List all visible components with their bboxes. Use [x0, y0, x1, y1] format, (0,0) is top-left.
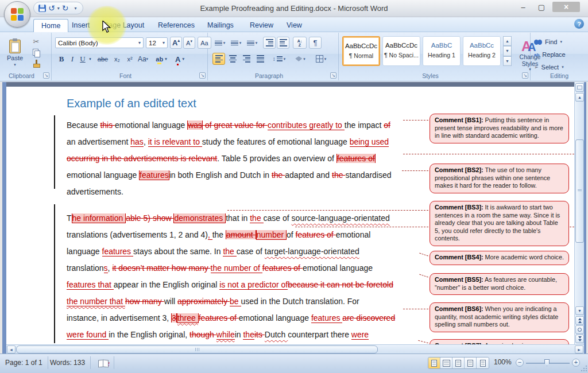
line-spacing-button[interactable]: ↕ ▾ [271, 53, 287, 65]
document-line[interactable]: occurring in the advertisements is relev… [67, 150, 376, 167]
page-number-indicator[interactable]: Page: 1 of 1 [0, 356, 48, 369]
help-button[interactable]: ? [574, 19, 584, 29]
outline-view-button[interactable] [465, 358, 477, 368]
justify-button[interactable] [254, 53, 266, 65]
style-no-spacing[interactable]: AaBbCcDc ¶ No Spaci... [382, 36, 420, 66]
font-family-select[interactable]: Calibri (Body) ▾ [55, 37, 144, 48]
bullets-button[interactable]: ▾ [212, 37, 227, 49]
multilevel-list-button[interactable]: ▾ [245, 37, 260, 49]
comment-balloon[interactable]: Comment [BS4]: More academic word choice… [430, 251, 569, 265]
comment-balloon[interactable]: Comment [BS3]: It is awkward to start tw… [430, 201, 569, 246]
show-hide-paragraph-button[interactable]: ¶ [309, 37, 322, 49]
tab-mailings[interactable]: Mailings [200, 19, 241, 32]
styles-scroll-down-button[interactable]: ▼ [503, 46, 512, 56]
scroll-up-button[interactable]: ▲ [575, 93, 584, 102]
clipboard-dialog-launcher[interactable]: ↘ [43, 72, 49, 79]
window-resize-grip[interactable] [580, 364, 587, 371]
select-browse-object-button[interactable] [575, 325, 584, 334]
document-line[interactable]: emotional language featuresin both Engli… [67, 167, 392, 184]
office-button[interactable] [4, 1, 30, 28]
copy-button[interactable] [30, 47, 42, 57]
cut-button[interactable]: ✂ [30, 36, 42, 46]
zoom-level-button[interactable]: 100% [494, 358, 512, 366]
borders-button[interactable]: ▾ [312, 53, 330, 65]
undo-button[interactable]: ↺ [48, 4, 55, 12]
italic-button[interactable]: I [68, 53, 77, 65]
font-dialog-launcher[interactable]: ↘ [199, 72, 206, 79]
close-button[interactable]: × [552, 2, 580, 12]
style-normal[interactable]: AaBbCcDc ¶ Normal [342, 36, 380, 66]
scroll-down-button[interactable]: ▼ [575, 306, 584, 315]
draft-view-button[interactable] [477, 358, 489, 368]
document-line[interactable]: Because this emotional language was of g… [67, 117, 390, 134]
font-color-button[interactable]: A ▾ [172, 53, 187, 65]
text-highlight-button[interactable]: ab ▾ [154, 53, 169, 65]
previous-page-button[interactable] [575, 316, 584, 325]
paste-button[interactable]: Paste ▾ [3, 36, 26, 71]
font-size-select[interactable]: 12 ▾ [146, 37, 168, 48]
comment-balloon[interactable]: Comment [BS6]: When you are indicating a… [430, 302, 569, 332]
change-case-button[interactable]: Aa▾ [137, 53, 149, 65]
document-line[interactable]: The information able 5) show demonstrate… [67, 210, 390, 227]
document-line[interactable]: language features stays about the same. … [67, 243, 359, 260]
align-center-button[interactable] [226, 53, 239, 65]
tab-insert[interactable]: Insert [64, 19, 97, 32]
full-screen-reading-view-button[interactable] [440, 358, 452, 368]
grow-font-button[interactable]: A▴ [170, 37, 182, 49]
increase-indent-button[interactable] [277, 37, 289, 49]
styles-more-button[interactable]: ▼ [503, 56, 512, 66]
strikethrough-button[interactable]: abe [95, 53, 110, 65]
comment-balloon[interactable]: Comment [BS2]: The use of too many prepo… [430, 164, 569, 193]
document-line[interactable]: were found in the English original, thou… [67, 327, 369, 343]
scroll-left-button[interactable]: ◄ [7, 345, 16, 353]
horizontal-scroll-thumb[interactable] [16, 345, 378, 353]
styles-scroll-up-button[interactable]: ▲ [503, 36, 512, 46]
minimize-button[interactable]: – [516, 2, 531, 12]
zoom-out-button[interactable]: − [516, 359, 524, 367]
comment-balloon[interactable]: Comment [BS5]: As features are countable… [430, 273, 569, 295]
web-layout-view-button[interactable] [452, 358, 465, 368]
shading-button[interactable]: ▾ [292, 53, 309, 65]
decrease-indent-button[interactable] [263, 37, 276, 49]
document-line[interactable]: the number that how many will approximat… [67, 293, 359, 310]
customize-qat-icon[interactable]: ▾ [74, 6, 76, 11]
next-page-button[interactable] [575, 335, 584, 343]
align-left-button[interactable] [212, 53, 225, 65]
tab-review[interactable]: Review [242, 19, 281, 32]
comment-balloon[interactable]: Comment [BS1]: Putting this sentence in … [430, 114, 569, 143]
redo-button[interactable]: ↻ [62, 4, 69, 12]
scroll-right-button[interactable]: ► [575, 345, 583, 353]
proofing-errors-button[interactable]: ✗ [93, 356, 114, 369]
sort-button[interactable]: A↓ Z [293, 37, 307, 49]
superscript-button[interactable]: x² [124, 53, 136, 65]
zoom-slider-handle[interactable] [544, 359, 550, 366]
subscript-button[interactable]: x₂ [111, 53, 123, 65]
bold-button[interactable]: B [56, 53, 67, 65]
vertical-scroll-thumb[interactable] [575, 139, 584, 243]
numbering-button[interactable]: ▾ [229, 37, 243, 49]
tab-home[interactable]: Home [33, 19, 68, 32]
document-line[interactable]: translations (advertisements 1, 2 and 4)… [67, 227, 370, 243]
underline-dropdown-icon[interactable]: ▾ [87, 53, 93, 65]
ruler-toggle-button[interactable] [575, 83, 584, 92]
underline-button[interactable]: U [78, 53, 87, 65]
horizontal-scrollbar[interactable]: ◄ ► [6, 344, 584, 353]
styles-dialog-launcher[interactable]: ↘ [522, 72, 528, 79]
style-heading-2[interactable]: AaBbCc Heading 2 [463, 36, 501, 66]
document-line[interactable]: instance, in advertisement 3, 3three fea… [67, 310, 395, 327]
format-painter-button[interactable] [30, 58, 42, 68]
style-heading-1[interactable]: AaBbC Heading 1 [423, 36, 461, 66]
undo-dropdown-icon[interactable]: ▾ [57, 6, 60, 11]
save-button[interactable] [38, 5, 46, 12]
document-line[interactable]: advertisements. [67, 184, 123, 200]
document-line[interactable]: features that appear in the English orig… [67, 277, 393, 293]
vertical-scrollbar[interactable]: ▲ ▼ [574, 82, 584, 353]
paragraph-dialog-launcher[interactable]: ↘ [330, 72, 336, 79]
shrink-font-button[interactable]: A▾ [183, 37, 195, 49]
tab-view[interactable]: View [279, 19, 310, 32]
align-right-button[interactable] [240, 53, 253, 65]
print-layout-view-button[interactable] [428, 358, 440, 368]
word-count-indicator[interactable]: Words: 133 [45, 356, 91, 369]
tab-references[interactable]: References [150, 19, 202, 32]
maximize-button[interactable]: ▢ [534, 2, 549, 12]
